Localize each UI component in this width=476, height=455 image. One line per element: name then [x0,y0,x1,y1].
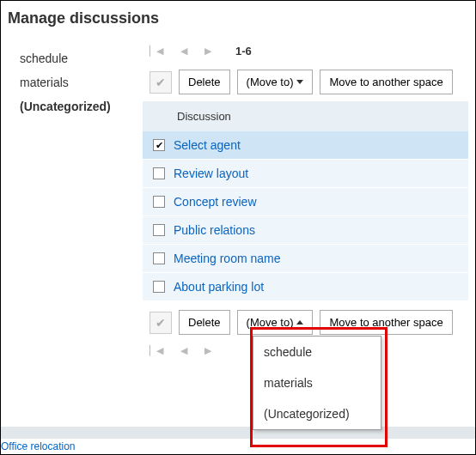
toolbar-top: ✔ Delete (Move to) Move to another space [143,66,468,101]
row-checkbox[interactable] [153,281,165,293]
footer-bar [1,427,475,439]
delete-button[interactable]: Delete [179,70,230,94]
sidebar-item-materials[interactable]: materials [1,70,143,94]
pager-first-icon[interactable]: ▏◀ [150,345,163,356]
select-all-checkbox-bottom[interactable]: ✔ [150,312,172,334]
pager-range: 1-6 [235,45,252,58]
sidebar: schedule materials (Uncategorized) [1,39,143,361]
pager-prev-icon[interactable]: ◀ [180,46,187,57]
toolbar-bottom: ✔ Delete (Move to) Move to another space… [143,301,468,340]
pager-top: ▏◀ ◀ ▶ 1-6 [143,39,468,66]
delete-button-bottom[interactable]: Delete [179,310,230,335]
discussion-link[interactable]: Review layout [174,167,248,180]
caret-down-icon [296,80,303,84]
row-checkbox[interactable] [153,196,165,208]
pager-next-icon[interactable]: ▶ [204,46,211,57]
page-title: Manage discussions [8,9,468,27]
move-to-dropdown: schedule materials (Uncategorized) [253,336,381,430]
move-to-button[interactable]: (Move to) [237,70,314,94]
dropdown-item-materials[interactable]: materials [253,367,381,398]
row-checkbox[interactable]: ✔ [153,139,165,151]
table-row[interactable]: ✔ Select agent [143,131,468,160]
sidebar-item-uncategorized[interactable]: (Uncategorized) [1,94,143,118]
discussion-link[interactable]: Select agent [174,138,241,152]
sidebar-item-schedule[interactable]: schedule [1,46,143,70]
dropdown-item-schedule[interactable]: schedule [253,337,381,367]
move-to-button-bottom[interactable]: (Move to) [237,310,314,335]
move-space-button[interactable]: Move to another space [320,70,452,94]
dropdown-item-uncategorized[interactable]: (Uncategorized) [253,398,381,429]
row-checkbox[interactable] [153,167,165,179]
move-to-label: (Move to) [247,316,294,329]
table-row[interactable]: Review layout [143,160,468,188]
table-row[interactable]: Meeting room name [143,245,468,273]
table-row[interactable]: Public relations [143,216,468,245]
table-header: Discussion [143,101,468,131]
table-row[interactable]: About parking lot [143,273,468,301]
discussion-link[interactable]: Concept review [174,195,257,209]
move-space-button-bottom[interactable]: Move to another space [320,310,452,335]
table-row[interactable]: Concept review [143,188,468,216]
select-all-checkbox[interactable]: ✔ [150,71,172,94]
pager-prev-icon[interactable]: ◀ [180,345,187,356]
caret-up-icon [296,320,303,325]
move-to-label: (Move to) [247,76,294,88]
row-checkbox[interactable] [153,224,165,236]
discussion-link[interactable]: Public relations [174,223,255,237]
footer-link[interactable]: Office relocation [1,439,76,454]
discussion-link[interactable]: About parking lot [174,280,264,294]
pager-first-icon[interactable]: ▏◀ [150,46,163,57]
pager-next-icon[interactable]: ▶ [204,345,211,356]
discussion-link[interactable]: Meeting room name [174,252,281,265]
row-checkbox[interactable] [153,252,165,264]
